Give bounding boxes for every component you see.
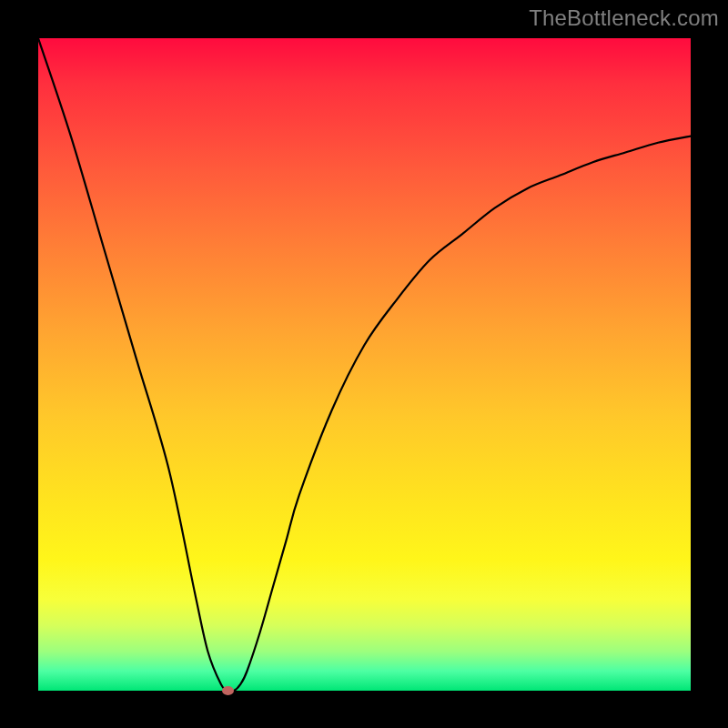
bottleneck-curve bbox=[38, 38, 691, 691]
attribution-text: TheBottleneck.com bbox=[529, 5, 719, 31]
minimum-marker bbox=[222, 686, 234, 695]
chart-stage: TheBottleneck.com bbox=[0, 0, 728, 728]
plot-area bbox=[38, 38, 691, 691]
